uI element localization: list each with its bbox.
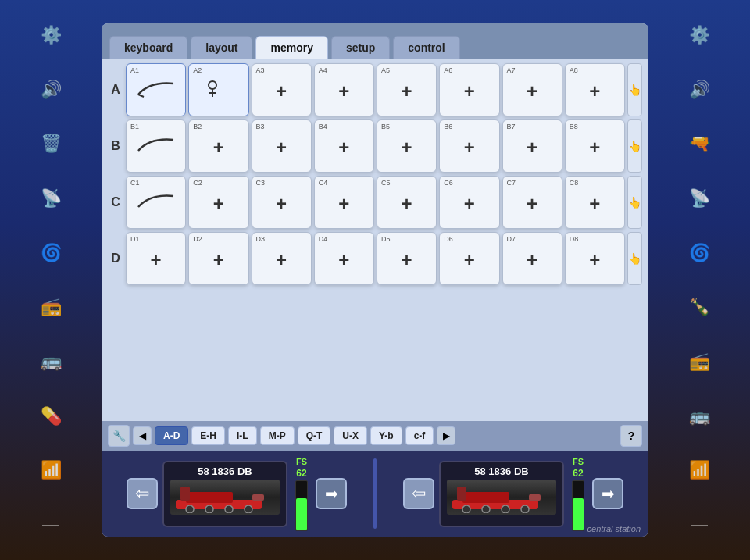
throttle-right-name: 58 1836 DB [474, 465, 528, 477]
left-icon-1[interactable]: ⚙️ [41, 27, 62, 44]
right-icon-9[interactable]: 📶 [689, 462, 710, 479]
left-icon-5[interactable]: 🌀 [41, 244, 62, 262]
left-icon-9[interactable]: 📶 [41, 462, 62, 479]
key-a7[interactable]: A7 + [502, 63, 562, 116]
key-c7[interactable]: C7 + [502, 176, 562, 229]
left-icon-7[interactable]: 🚌 [41, 353, 62, 370]
tab-memory[interactable]: memory [255, 36, 327, 59]
right-icon-1[interactable]: ⚙️ [689, 27, 710, 44]
right-icon-5[interactable]: 🌀 [689, 244, 710, 262]
right-icon-10[interactable]: — [691, 516, 708, 533]
loco-right-image [447, 480, 556, 515]
key-b2[interactable]: B2 + [188, 119, 248, 173]
throttle-right-fwd[interactable]: ➡ [592, 478, 623, 509]
nav-arrow-left[interactable]: ◀ [133, 426, 152, 445]
right-icon-4[interactable]: 📡 [689, 190, 710, 207]
tab-control[interactable]: control [393, 36, 459, 59]
key-b4[interactable]: B4 + [314, 119, 374, 173]
row-b-scroll[interactable]: 👆 [627, 119, 642, 173]
grid-row-b: B B1 B2 + B3 + [108, 119, 642, 173]
left-icon-6[interactable]: 📻 [41, 298, 62, 316]
key-b7[interactable]: B7 + [502, 119, 562, 173]
row-d-scroll[interactable]: 👆 [627, 232, 642, 285]
key-a2[interactable]: A2 [188, 63, 248, 116]
key-b3[interactable]: B3 + [252, 119, 312, 173]
key-d5[interactable]: D5 + [377, 232, 437, 285]
nav-page-il[interactable]: I-L [228, 426, 257, 445]
plus-icon-c4: + [338, 193, 349, 215]
svg-point-13 [462, 505, 470, 513]
throttle-left-fwd[interactable]: ➡ [316, 478, 347, 509]
throttle-left-back[interactable]: ⇦ [127, 478, 158, 509]
key-a1[interactable]: A1 [126, 63, 186, 116]
help-button[interactable]: ? [620, 425, 642, 447]
key-c5[interactable]: C5 + [377, 176, 437, 229]
nav-page-ux[interactable]: U-X [334, 426, 367, 445]
key-b6[interactable]: B6 + [439, 119, 499, 173]
key-a4[interactable]: A4 + [314, 63, 374, 116]
key-b8[interactable]: B8 + [565, 119, 625, 173]
throttle-right-back[interactable]: ⇦ [403, 478, 434, 509]
throttle-right-display: 58 1836 DB [439, 461, 564, 527]
left-icon-8[interactable]: 💊 [41, 408, 62, 425]
svg-point-15 [502, 505, 509, 513]
key-d6[interactable]: D6 + [439, 232, 499, 285]
key-b5[interactable]: B5 + [377, 119, 437, 173]
loco-left-image [170, 480, 280, 515]
right-icon-2[interactable]: 🔊 [689, 81, 710, 98]
plus-icon-c7: + [527, 193, 538, 215]
right-icon-8[interactable]: 🚌 [689, 408, 710, 425]
left-icon-4[interactable]: 📡 [41, 190, 62, 207]
key-c2[interactable]: C2 + [188, 176, 248, 229]
key-c1[interactable]: C1 [126, 176, 186, 229]
tab-layout[interactable]: layout [191, 36, 252, 59]
right-icon-3[interactable]: 🔫 [689, 135, 710, 152]
key-c4[interactable]: C4 + [314, 176, 374, 229]
cell-label-b5: B5 [381, 123, 390, 130]
key-a6[interactable]: A6 + [439, 63, 499, 116]
plus-icon-c5: + [402, 193, 412, 215]
row-c-scroll[interactable]: 👆 [627, 176, 642, 229]
tab-keyboard[interactable]: keyboard [109, 36, 188, 59]
speed-bar-left[interactable] [295, 480, 308, 531]
wrench-button[interactable]: 🔧 [108, 425, 130, 447]
nav-arrow-right[interactable]: ▶ [437, 426, 455, 445]
cell-label-c6: C6 [444, 179, 453, 187]
throttle-right: ⇦ 58 1836 DB [381, 457, 645, 531]
cell-label-d3: D3 [256, 235, 266, 243]
key-c6[interactable]: C6 + [439, 176, 499, 229]
key-c3[interactable]: C3 + [252, 176, 312, 229]
key-d8[interactable]: D8 + [565, 232, 625, 285]
key-d3[interactable]: D3 + [252, 232, 312, 285]
row-a-scroll[interactable]: 👆 [627, 63, 642, 116]
left-icon-3[interactable]: 🗑️ [41, 135, 62, 152]
nav-page-ad[interactable]: A-D [155, 426, 188, 445]
plus-icon-b6: + [464, 137, 475, 159]
key-a3[interactable]: A3 + [252, 63, 312, 116]
throttle-divider [373, 458, 377, 529]
left-icon-10[interactable]: — [42, 516, 59, 533]
key-d2[interactable]: D2 + [188, 232, 248, 285]
left-icon-2[interactable]: 🔊 [41, 81, 62, 98]
nav-page-cf[interactable]: c-f [405, 426, 434, 445]
cell-label-c7: C7 [507, 179, 516, 187]
nav-page-mp[interactable]: M-P [260, 426, 295, 445]
nav-page-qt[interactable]: Q-T [298, 426, 331, 445]
speed-bar-right[interactable] [572, 480, 584, 531]
nav-page-eh[interactable]: E-H [191, 426, 225, 445]
key-d7[interactable]: D7 + [502, 232, 562, 285]
key-d1[interactable]: D1 + [126, 232, 186, 285]
cell-label-a3: A3 [256, 66, 265, 74]
key-c8[interactable]: C8 + [565, 176, 625, 229]
cell-label-c5: C5 [381, 179, 391, 187]
key-b1[interactable]: B1 [126, 119, 186, 173]
tab-setup[interactable]: setup [331, 36, 390, 59]
nav-page-yb[interactable]: Y-b [370, 426, 402, 445]
plus-icon-a4: + [338, 80, 349, 102]
plus-icon-d1: + [151, 249, 162, 271]
right-icon-6[interactable]: 🍾 [689, 298, 710, 316]
key-a8[interactable]: A8 + [565, 63, 625, 116]
right-icon-7[interactable]: 📻 [689, 353, 710, 370]
key-a5[interactable]: A5 + [377, 63, 437, 116]
key-d4[interactable]: D4 + [314, 232, 374, 285]
